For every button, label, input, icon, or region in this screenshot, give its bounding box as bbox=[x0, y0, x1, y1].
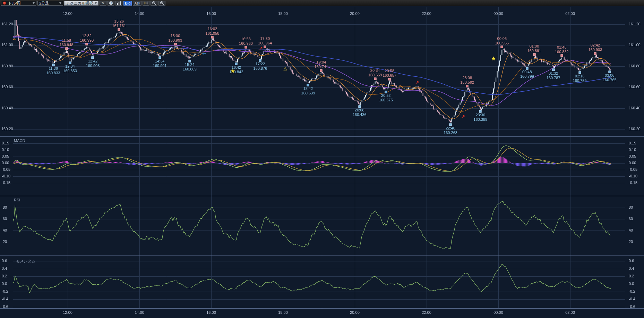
timeframe-label: 2分足 bbox=[39, 1, 49, 6]
chevron-down-icon bbox=[33, 2, 35, 4]
technical-label: テクニカル選択 bbox=[66, 1, 93, 6]
bid-button[interactable]: Bid bbox=[123, 1, 132, 6]
technical-select[interactable]: テクニカル選択 bbox=[64, 1, 98, 6]
zoom-out-icon bbox=[152, 1, 156, 5]
draw-tool-button[interactable]: ✎ bbox=[100, 1, 106, 6]
info-icon: i bbox=[109, 1, 113, 5]
toolbar: ドル/円 2分足 テクニカル選択 ✎ i Bid Ask bbox=[0, 0, 644, 6]
price-chart-canvas[interactable] bbox=[0, 0, 644, 318]
candle-style-button[interactable] bbox=[143, 1, 149, 6]
fx-chart-app: 161.20161.20161.00161.00160.80160.80160.… bbox=[0, 0, 644, 318]
timeframe-select[interactable]: 2分足 bbox=[37, 1, 63, 6]
pair-status-icon bbox=[3, 1, 6, 5]
zoom-in-button[interactable] bbox=[158, 1, 165, 6]
chart-type-button[interactable] bbox=[115, 1, 122, 6]
ask-button[interactable]: Ask bbox=[133, 1, 141, 6]
bar-chart-icon bbox=[117, 1, 121, 5]
pair-select[interactable]: ドル/円 bbox=[1, 1, 36, 6]
pencil-icon: ✎ bbox=[102, 1, 105, 6]
zoom-in-icon bbox=[160, 1, 164, 5]
zoom-out-button[interactable] bbox=[151, 1, 157, 6]
pair-label: ドル/円 bbox=[8, 1, 21, 6]
info-button[interactable]: i bbox=[108, 1, 114, 6]
pair-select-inner: ドル/円 bbox=[3, 1, 21, 6]
chevron-down-icon bbox=[95, 2, 97, 4]
chevron-down-icon bbox=[59, 2, 61, 4]
candlestick-icon bbox=[144, 1, 148, 5]
